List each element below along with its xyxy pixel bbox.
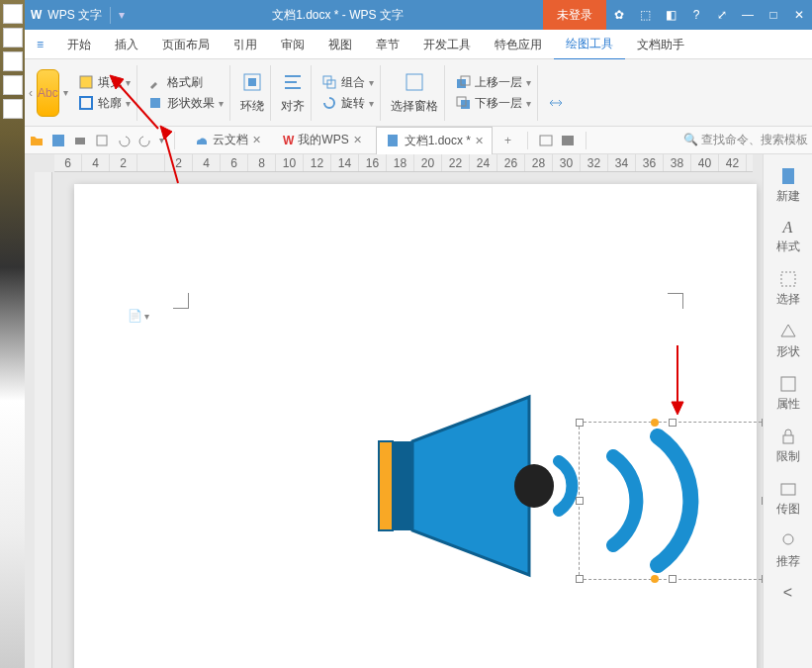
resize-handle-n[interactable] — [669, 419, 677, 427]
outline-icon — [78, 95, 94, 111]
app-menu-chevron-icon[interactable]: ▾ — [111, 8, 133, 22]
resize-handle-s[interactable] — [669, 575, 677, 583]
search-commands[interactable]: 🔍 查找命令、搜索模板 — [683, 132, 808, 148]
fill-icon — [78, 74, 94, 90]
selection-pane-button[interactable]: 选择窗格 — [391, 70, 438, 115]
adjust-handle[interactable] — [651, 575, 659, 583]
svg-rect-0 — [80, 76, 92, 88]
resize-handle-nw[interactable] — [576, 419, 584, 427]
send-backward-icon — [455, 95, 471, 111]
group-icon — [321, 74, 337, 90]
tab-pagelayout[interactable]: 页面布局 — [150, 30, 222, 59]
svg-marker-26 — [672, 402, 683, 415]
bulb-icon — [778, 531, 798, 551]
rotate-icon — [321, 95, 337, 111]
close-tab-icon[interactable]: ✕ — [252, 134, 261, 146]
svg-rect-28 — [781, 272, 795, 286]
shape-style-dropdown-icon[interactable]: ▾ — [63, 87, 68, 98]
wps-logo-icon: W — [283, 134, 294, 147]
lock-icon — [778, 427, 798, 446]
tab-reference[interactable]: 引用 — [222, 30, 269, 59]
sidebar-style[interactable]: A样式 — [776, 215, 800, 259]
menu-file-icon[interactable]: ≡ — [25, 30, 55, 59]
rotate-button[interactable]: 旋转▾ — [321, 95, 374, 112]
ribbon-prev-icon[interactable]: ‹ — [29, 86, 33, 100]
sidebar-properties[interactable]: 属性 — [776, 370, 800, 417]
properties-icon — [778, 374, 798, 394]
sidebar-new[interactable]: 新建 — [776, 162, 800, 209]
selection-pane-icon — [403, 70, 426, 94]
svg-marker-23 — [412, 397, 529, 575]
svg-rect-20 — [562, 136, 574, 145]
vertical-ruler[interactable] — [35, 172, 52, 668]
svg-rect-32 — [781, 484, 795, 495]
upload-image-icon — [778, 479, 798, 499]
annotation-arrow-icon — [668, 340, 697, 420]
shape-icon — [778, 322, 798, 341]
tab-view[interactable]: 视图 — [316, 30, 364, 59]
svg-rect-1 — [80, 97, 92, 109]
align-button[interactable]: 对齐 — [281, 70, 305, 115]
adjust-handle[interactable] — [651, 419, 659, 427]
resize-handle-sw[interactable] — [576, 575, 584, 583]
sidebar-share[interactable]: < — [783, 580, 792, 606]
svg-rect-18 — [388, 135, 398, 146]
height-icon — [548, 0, 812, 91]
select-icon — [778, 269, 798, 289]
doc-icon — [385, 133, 401, 148]
tab-review[interactable]: 审阅 — [269, 30, 316, 59]
save-icon[interactable] — [50, 133, 66, 148]
view-mode-icon[interactable] — [560, 133, 576, 148]
selection-bounding-box[interactable] — [579, 422, 767, 580]
send-backward-button[interactable]: 下移一层▾ — [455, 95, 531, 112]
sidebar-limit[interactable]: 限制 — [776, 423, 800, 469]
style-icon: A — [783, 219, 793, 237]
close-tab-icon[interactable]: ✕ — [353, 134, 362, 146]
new-tab-button[interactable]: + — [498, 134, 517, 147]
close-tab-icon[interactable]: ✕ — [475, 135, 484, 147]
svg-rect-31 — [783, 435, 793, 443]
svg-rect-30 — [781, 377, 795, 391]
svg-line-36 — [164, 134, 178, 183]
sidebar-shape[interactable]: 形状 — [776, 318, 800, 364]
bring-forward-icon — [455, 74, 471, 90]
app-logo-icon: W — [25, 8, 47, 22]
svg-line-34 — [116, 81, 158, 129]
resize-handle-w[interactable] — [576, 497, 584, 505]
tab-devtools[interactable]: 开发工具 — [411, 30, 483, 59]
bring-forward-button[interactable]: 上移一层▾ — [455, 74, 531, 91]
share-icon: < — [783, 584, 792, 602]
tab-insert[interactable]: 插入 — [103, 30, 150, 59]
tab-special[interactable]: 特色应用 — [483, 30, 554, 59]
group-button[interactable]: 组合▾ — [321, 74, 374, 91]
read-mode-icon[interactable] — [538, 133, 554, 148]
svg-point-24 — [514, 464, 554, 508]
document-title: 文档1.docx * - WPS 文字 — [133, 7, 543, 24]
sidebar-upload-image[interactable]: 传图 — [776, 475, 800, 522]
svg-rect-4 — [248, 78, 256, 86]
tab-chapter[interactable]: 章节 — [364, 30, 411, 59]
svg-rect-21 — [379, 441, 393, 530]
page-canvas[interactable]: 📄 ▾ — [74, 184, 757, 668]
tab-my-wps[interactable]: W 我的WPS✕ — [275, 127, 370, 154]
svg-point-33 — [783, 534, 793, 544]
section-indicator-icon[interactable]: 📄 ▾ — [128, 309, 149, 323]
svg-rect-16 — [75, 138, 85, 144]
speaker-shape[interactable] — [371, 392, 608, 620]
sidebar-recommend[interactable]: 推荐 — [776, 527, 800, 574]
annotation-arrow-icon — [158, 124, 198, 193]
print-icon[interactable] — [72, 133, 88, 148]
wrap-button[interactable]: 环绕 — [240, 70, 264, 115]
sidebar-select[interactable]: 选择 — [776, 265, 800, 312]
wrap-icon — [240, 70, 264, 94]
svg-rect-19 — [540, 136, 552, 145]
work-area: 6422468101214161820222426283032343638404… — [25, 154, 812, 668]
shape-style-preview[interactable]: Abc — [37, 69, 59, 117]
align-icon — [281, 70, 305, 94]
svg-marker-29 — [781, 325, 795, 336]
open-icon[interactable] — [29, 133, 45, 148]
svg-rect-15 — [52, 135, 64, 146]
tab-current-doc[interactable]: 文档1.docx *✕ — [376, 127, 493, 154]
tab-home[interactable]: 开始 — [55, 30, 103, 59]
app-name: WPS 文字 — [47, 7, 111, 24]
